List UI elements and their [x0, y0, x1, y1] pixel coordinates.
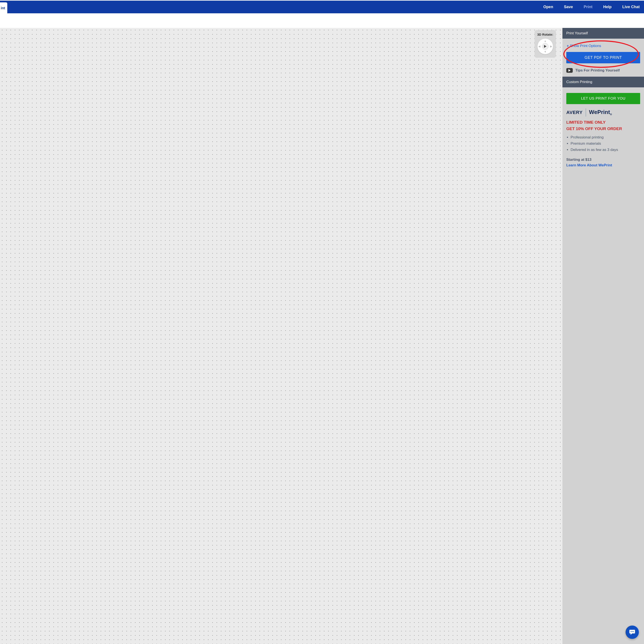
bullet-item: Premium materials: [571, 141, 640, 147]
nav-live-chat[interactable]: Live Chat: [622, 5, 640, 9]
toolbar-strip: [0, 13, 644, 28]
tab-print[interactable]: int: [0, 2, 7, 13]
let-us-print-button[interactable]: LET US PRINT FOR YOU: [566, 93, 640, 104]
topbar-right: Open Save Print Help Live Chat: [543, 1, 640, 13]
svg-marker-0: [544, 45, 547, 48]
video-icon: [566, 68, 573, 73]
promo-line-1: LIMITED TIME ONLY: [566, 119, 640, 126]
svg-point-4: [633, 631, 634, 632]
rotate-pad[interactable]: ▲ ▼ ◀ ▶: [537, 38, 553, 54]
plus-icon: +: [567, 44, 570, 48]
nav-open[interactable]: Open: [543, 5, 553, 9]
svg-marker-1: [568, 69, 571, 72]
section-header-print-yourself: Print Yourself: [562, 28, 644, 39]
get-pdf-button[interactable]: GET PDF TO PRINT: [566, 52, 640, 63]
section-body-print-yourself: + Show Print Options GET PDF TO PRINT Ti…: [562, 39, 644, 77]
section-body-custom-printing: LET US PRINT FOR YOU AVERY WePrint® LIMI…: [562, 87, 644, 171]
svg-point-3: [632, 631, 633, 632]
rotate-up-icon[interactable]: ▲: [544, 39, 547, 43]
nav-help[interactable]: Help: [603, 5, 612, 9]
chat-icon: [629, 629, 635, 635]
tips-row[interactable]: Tips For Printing Yourself: [566, 68, 640, 73]
weprint-bullets: Professional printing Premium materials …: [571, 134, 640, 153]
bullet-item: Delivered in as few as 3 days: [571, 147, 640, 153]
svg-point-2: [631, 631, 632, 632]
weprint-wordmark: WePrint®: [589, 109, 612, 116]
learn-more-link[interactable]: Learn More About WePrint: [566, 163, 612, 167]
rotate-label: 3D Rotate:: [536, 33, 554, 36]
rotate-widget: 3D Rotate: ▲ ▼ ◀ ▶: [535, 30, 556, 58]
weprint-logo: AVERY WePrint®: [566, 108, 640, 117]
tips-label: Tips For Printing Yourself: [575, 68, 620, 73]
section-header-custom-printing: Custom Printing: [562, 77, 644, 87]
rotate-left-icon[interactable]: ◀: [538, 45, 540, 48]
top-bar: int Open Save Print Help Live Chat: [0, 1, 644, 13]
content-row: 3D Rotate: ▲ ▼ ◀ ▶ Print Yourself + Show…: [0, 28, 644, 644]
nav-print[interactable]: Print: [584, 5, 592, 9]
avery-logo: AVERY: [566, 110, 583, 115]
promo-line-2: GET 10% OFF YOUR ORDER: [566, 126, 640, 132]
bullet-item: Professional printing: [571, 134, 640, 141]
chat-fab[interactable]: [626, 626, 639, 639]
rotate-right-icon[interactable]: ▶: [550, 45, 552, 48]
play-icon: [544, 45, 547, 48]
starting-price: Starting at $13: [566, 158, 640, 162]
show-print-options-link[interactable]: + Show Print Options: [567, 44, 601, 48]
side-panel: Print Yourself + Show Print Options GET …: [562, 28, 644, 644]
show-print-options-label: Show Print Options: [570, 44, 601, 48]
rotate-down-icon[interactable]: ▼: [544, 50, 547, 53]
design-canvas[interactable]: 3D Rotate: ▲ ▼ ◀ ▶: [0, 28, 562, 644]
nav-save[interactable]: Save: [564, 5, 573, 9]
rotate-play-button[interactable]: [542, 43, 548, 50]
